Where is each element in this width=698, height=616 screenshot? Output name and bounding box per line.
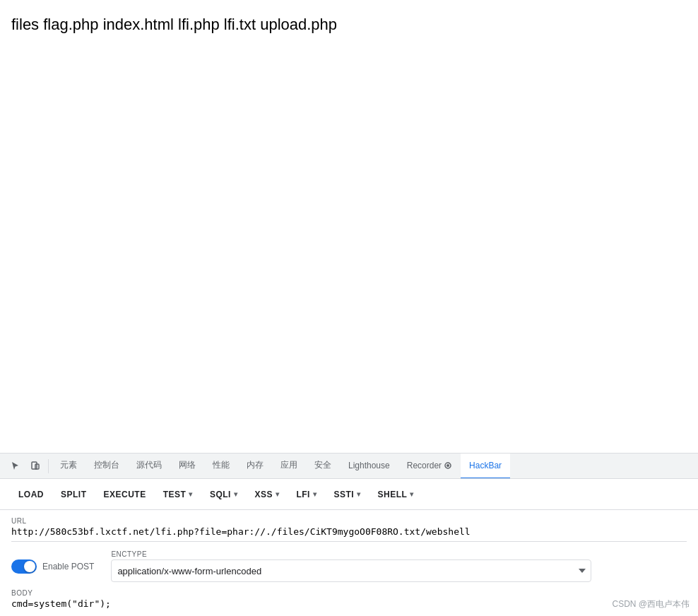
execute-button[interactable]: EXECUTE xyxy=(97,485,153,504)
enctype-label: enctype xyxy=(111,550,591,558)
lfi-button[interactable]: LFI ▾ xyxy=(289,485,324,504)
devtools-panel: 元素 控制台 源代码 网络 性能 内存 应用 安全 Lighthouse Rec… xyxy=(0,453,698,616)
tab-memory[interactable]: 内存 xyxy=(238,454,272,479)
test-arrow-icon: ▾ xyxy=(189,490,193,498)
post-row: Enable POST enctype application/x-www-fo… xyxy=(11,550,687,582)
tab-lighthouse[interactable]: Lighthouse xyxy=(340,454,398,479)
tab-source[interactable]: 源代码 xyxy=(128,454,170,479)
main-content-area: files flag.php index.html lfi.php lfi.tx… xyxy=(0,0,698,453)
svg-rect-0 xyxy=(32,462,37,469)
tab-performance[interactable]: 性能 xyxy=(204,454,238,479)
test-button[interactable]: TEST ▾ xyxy=(156,485,200,504)
xss-button[interactable]: XSS ▾ xyxy=(247,485,286,504)
enctype-select-wrapper: application/x-www-form-urlencoded multip… xyxy=(111,559,591,582)
body-value[interactable]: cmd=system("dir"); xyxy=(11,598,687,609)
tab-console[interactable]: 控制台 xyxy=(85,454,128,479)
tab-recorder[interactable]: Recorder xyxy=(398,454,461,479)
url-section: URL http://580c53bf.lxctf.net/lfi.php?fi… xyxy=(11,517,687,542)
tab-hackbar[interactable]: HackBar xyxy=(461,454,510,479)
cursor-icon[interactable] xyxy=(6,456,25,476)
tab-network[interactable]: 网络 xyxy=(170,454,204,479)
post-toggle-switch[interactable] xyxy=(11,559,37,574)
enctype-section: enctype application/x-www-form-urlencode… xyxy=(111,550,591,582)
tab-elements[interactable]: 元素 xyxy=(52,454,85,479)
devtools-tabbar: 元素 控制台 源代码 网络 性能 内存 应用 安全 Lighthouse Rec… xyxy=(0,454,698,479)
device-icon[interactable] xyxy=(25,456,45,476)
tab-application[interactable]: 应用 xyxy=(272,454,306,479)
page-output-text: files flag.php index.html lfi.php lfi.tx… xyxy=(11,14,687,36)
hackbar-toolbar: LOAD SPLIT EXECUTE TEST ▾ SQLI ▾ XSS ▾ L… xyxy=(0,479,698,510)
sqli-arrow-icon: ▾ xyxy=(234,490,238,498)
ssti-arrow-icon: ▾ xyxy=(357,490,361,498)
ssti-button[interactable]: SSTI ▾ xyxy=(326,485,367,504)
svg-point-3 xyxy=(446,464,449,467)
split-button[interactable]: SPLIT xyxy=(54,485,94,504)
body-section: Body cmd=system("dir"); xyxy=(11,589,687,609)
shell-arrow-icon: ▾ xyxy=(410,490,414,498)
load-button[interactable]: LOAD xyxy=(11,485,51,504)
tab-security[interactable]: 安全 xyxy=(306,454,340,479)
watermark: CSDN @西电卢本伟 xyxy=(612,598,690,610)
enable-post-label: Enable POST xyxy=(42,562,94,571)
xss-arrow-icon: ▾ xyxy=(276,490,280,498)
sqli-button[interactable]: SQLI ▾ xyxy=(203,485,245,504)
enable-post-toggle[interactable]: Enable POST xyxy=(11,559,94,574)
toggle-knob xyxy=(24,561,35,572)
tab-separator xyxy=(48,459,49,473)
hackbar-content: URL http://580c53bf.lxctf.net/lfi.php?fi… xyxy=(0,510,698,616)
lfi-arrow-icon: ▾ xyxy=(313,490,317,498)
shell-button[interactable]: SHELL ▾ xyxy=(371,485,421,504)
enctype-select[interactable]: application/x-www-form-urlencoded multip… xyxy=(111,559,591,582)
url-label: URL xyxy=(11,517,687,525)
body-label: Body xyxy=(11,589,687,597)
url-value[interactable]: http://580c53bf.lxctf.net/lfi.php?file=p… xyxy=(11,526,687,542)
